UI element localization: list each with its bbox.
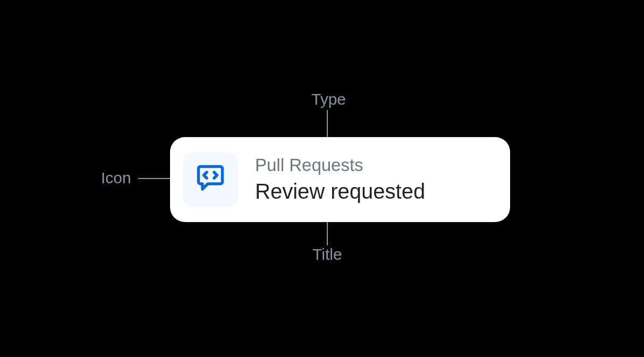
card-title-text: Review requested	[255, 178, 425, 205]
leader-line-type	[326, 110, 328, 138]
code-review-icon	[194, 163, 226, 197]
diagram-stage: Type Title Icon Pull Requests Review req…	[0, 0, 644, 357]
card-icon-container	[183, 152, 238, 207]
annotation-icon-label: Icon	[101, 169, 131, 187]
annotation-type-label: Type	[311, 90, 346, 108]
leader-line-icon	[138, 177, 170, 180]
notification-card: Pull Requests Review requested	[170, 137, 510, 222]
leader-line-title	[326, 222, 328, 245]
card-type-text: Pull Requests	[255, 155, 425, 176]
annotation-title-label: Title	[312, 245, 342, 264]
card-text-block: Pull Requests Review requested	[255, 155, 425, 205]
